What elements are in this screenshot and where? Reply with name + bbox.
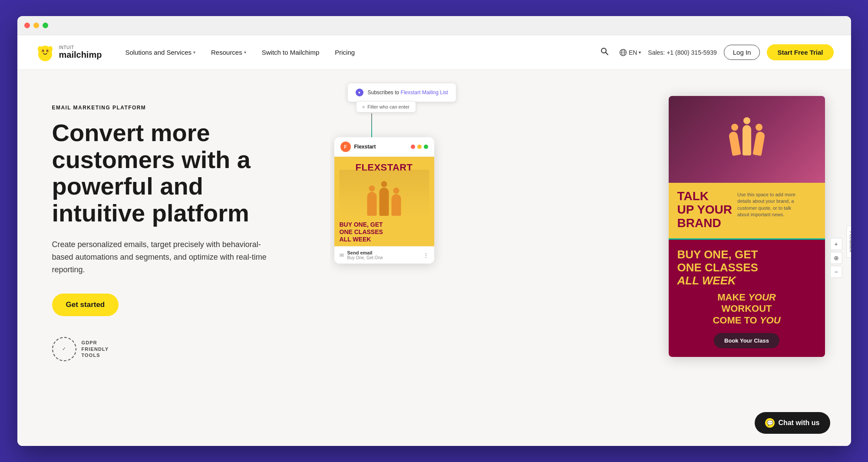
- tool-button-2[interactable]: ⊕: [830, 252, 842, 264]
- talk-up-brand-text: TALK UP YOUR BRAND: [677, 190, 733, 231]
- gdpr-circle-icon: ✓: [52, 337, 76, 361]
- start-trial-button[interactable]: Start Free Trial: [767, 44, 833, 60]
- login-button[interactable]: Log In: [724, 45, 760, 60]
- filter-icon: ≡: [363, 105, 365, 109]
- zoom-out-button[interactable]: −: [830, 266, 842, 278]
- nav-resources[interactable]: Resources ▾: [205, 45, 252, 59]
- template-hero-image: [669, 96, 825, 183]
- email-card-footer: ✉ Send email Buy One, Get One ⋮: [334, 246, 434, 264]
- template-section1: TALK UP YOUR BRAND Use this space to add…: [669, 183, 825, 238]
- get-started-button[interactable]: Get started: [52, 294, 119, 316]
- email-card-header: F Flexstart: [334, 137, 434, 157]
- globe-icon: [619, 49, 627, 56]
- chat-label: Chat with us: [778, 419, 819, 427]
- mailchimp-logo-icon: [35, 42, 56, 63]
- red-dot: [411, 145, 415, 149]
- send-email-label: Send email: [347, 250, 419, 255]
- traffic-light-green[interactable]: [43, 23, 48, 28]
- talk-up-header: TALK UP YOUR BRAND: [677, 190, 733, 230]
- hero-eyebrow: EMAIL MARKETING PLATFORM: [52, 105, 304, 111]
- trigger-link[interactable]: Flexstart Mailing List: [401, 89, 448, 96]
- nav-right: EN ▾ Sales: +1 (800) 315-5939 Log In Sta…: [597, 43, 834, 61]
- email-template-large: TALK UP YOUR BRAND Use this space to add…: [669, 96, 825, 357]
- color-dots: [411, 145, 428, 149]
- logo-text: INTUIT mailchimp: [59, 45, 102, 59]
- navbar: INTUIT mailchimp Solutions and Services …: [17, 35, 851, 70]
- hero-left: EMAIL MARKETING PLATFORM Convert more cu…: [17, 70, 330, 446]
- svg-point-7: [48, 46, 53, 52]
- sales-number: Sales: +1 (800) 315-5939: [648, 49, 716, 56]
- make-your-text: MAKE YOUR WORKOUT COME TO YOU: [677, 292, 816, 326]
- yoga-image: [339, 170, 429, 218]
- connector-line: [371, 113, 372, 139]
- main-content: EMAIL MARKETING PLATFORM Convert more cu…: [17, 70, 851, 446]
- resources-chevron-icon: ▾: [244, 50, 246, 55]
- filter-card: ≡ Filter who can enter: [356, 101, 416, 112]
- buy-one-large-text: BUY ONE, GET ONE CLASSES ALL WEEK: [677, 248, 816, 287]
- logo[interactable]: INTUIT mailchimp: [35, 42, 102, 63]
- promo-text: BUY ONE, GET ONE CLASSES ALL WEEK: [340, 221, 429, 243]
- email-card-image: FLEXSTART: [334, 157, 434, 218]
- lang-chevron-icon: ▾: [639, 50, 641, 55]
- gdpr-text: GDPR FRIENDLY TOOLS: [82, 340, 109, 358]
- feedback-tab[interactable]: Feedback: [847, 226, 851, 258]
- hero-right: ● Subscribes to Flexstart Mailing List ≡…: [330, 70, 851, 446]
- language-selector[interactable]: EN ▾: [619, 49, 641, 56]
- buy-one-label: Buy One, Get One: [347, 255, 419, 260]
- hero-description: Create personalized emails, target preci…: [52, 238, 278, 276]
- browser-window: INTUIT mailchimp Solutions and Services …: [17, 16, 851, 446]
- gdpr-badge: ✓ GDPR FRIENDLY TOOLS: [52, 337, 304, 361]
- fitness-people-illustration: [730, 124, 763, 155]
- automation-trigger-text: Subscribes to Flexstart Mailing List: [368, 89, 448, 96]
- template-desc: Use this space to add more details about…: [737, 190, 798, 218]
- book-class-button[interactable]: Book Your Class: [714, 333, 779, 348]
- solutions-chevron-icon: ▾: [193, 50, 195, 55]
- footer-texts: Send email Buy One, Get One: [347, 250, 419, 260]
- brand-dot: F: [340, 142, 351, 152]
- search-button[interactable]: [597, 43, 612, 61]
- traffic-light-yellow[interactable]: [33, 23, 39, 28]
- template-section2: BUY ONE, GET ONE CLASSES ALL WEEK MAKE Y…: [669, 240, 825, 357]
- brand-name: Flexstart: [354, 144, 376, 150]
- zoom-in-button[interactable]: +: [830, 238, 842, 250]
- search-icon: [600, 47, 609, 56]
- svg-point-6: [38, 46, 42, 52]
- chat-button[interactable]: 💬 Chat with us: [755, 412, 830, 434]
- email-promo-section: BUY ONE, GET ONE CLASSES ALL WEEK: [334, 218, 434, 246]
- yellow-dot: [417, 145, 422, 149]
- sidebar-tools: + ⊕ −: [830, 238, 842, 278]
- nav-pricing[interactable]: Pricing: [329, 45, 361, 59]
- envelope-icon: ✉: [340, 252, 344, 258]
- hero-title: Convert more customers with a powerful a…: [52, 119, 287, 226]
- nav-links: Solutions and Services ▾ Resources ▾ Swi…: [119, 45, 596, 59]
- automation-trigger-card: ● Subscribes to Flexstart Mailing List: [347, 83, 456, 102]
- trigger-dot-icon: ●: [356, 89, 363, 96]
- nav-solutions[interactable]: Solutions and Services ▾: [119, 45, 201, 59]
- filter-text: Filter who can enter: [367, 104, 409, 109]
- traffic-light-red[interactable]: [24, 23, 30, 28]
- chat-bubble-icon: 💬: [765, 418, 775, 428]
- fitness-image: [669, 96, 825, 183]
- gdpr-checkmark-icon: ✓: [62, 346, 66, 352]
- more-options-icon[interactable]: ⋮: [423, 252, 429, 259]
- title-bar: [17, 16, 851, 35]
- email-preview-card: F Flexstart FLEXSTART: [334, 137, 434, 264]
- green-dot: [424, 145, 428, 149]
- nav-switch[interactable]: Switch to Mailchimp: [256, 45, 326, 59]
